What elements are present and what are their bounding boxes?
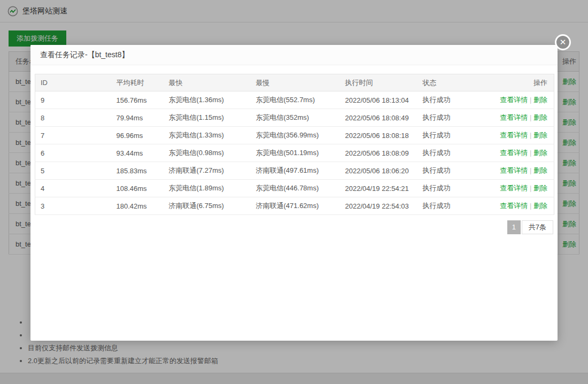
record-exec-time: 2022/05/06 18:08:49 xyxy=(340,109,417,127)
record-avg-time: 108.46ms xyxy=(111,180,164,197)
record-fastest: 济南联通(6.75ms) xyxy=(164,197,251,215)
record-id: 6 xyxy=(35,144,111,162)
col-avg-time: 平均耗时 xyxy=(111,74,164,91)
records-tbody: 9 156.76ms 东莞电信(1.36ms) 东莞电信(552.7ms) 20… xyxy=(35,91,554,215)
col-fastest: 最快 xyxy=(164,74,251,91)
record-delete-link[interactable]: 删除 xyxy=(533,113,547,121)
view-detail-link[interactable]: 查看详情 xyxy=(500,113,528,121)
record-status: 执行成功 xyxy=(417,144,477,162)
task-records-dialog: ✕ 查看任务记录-【bt_test8】 ID 平均耗时 最快 最慢 执行时间 状… xyxy=(30,45,558,341)
record-delete-link[interactable]: 删除 xyxy=(533,166,547,174)
record-row: 6 93.44ms 东莞电信(0.98ms) 东莞电信(501.19ms) 20… xyxy=(35,144,554,162)
record-fastest: 东莞电信(1.36ms) xyxy=(164,91,251,109)
records-table: ID 平均耗时 最快 最慢 执行时间 状态 操作 9 156.76ms 东莞电信… xyxy=(35,74,554,215)
record-id: 7 xyxy=(35,127,111,144)
record-row: 7 96.96ms 东莞电信(1.33ms) 东莞电信(356.99ms) 20… xyxy=(35,127,554,144)
record-status: 执行成功 xyxy=(417,127,477,144)
record-delete-link[interactable]: 删除 xyxy=(533,202,547,210)
record-status: 执行成功 xyxy=(417,91,477,109)
record-row: 3 180.42ms 济南联通(6.75ms) 济南联通(471.62ms) 2… xyxy=(35,197,554,215)
dialog-title: 查看任务记录-【bt_test8】 xyxy=(40,50,129,60)
record-slowest: 济南联通(471.62ms) xyxy=(251,197,340,215)
record-avg-time: 185.83ms xyxy=(111,162,164,180)
record-row: 9 156.76ms 东莞电信(1.36ms) 东莞电信(552.7ms) 20… xyxy=(35,91,554,109)
page-1-button[interactable]: 1 xyxy=(507,220,521,234)
record-delete-link[interactable]: 删除 xyxy=(533,131,547,139)
pagination: 1 共7条 xyxy=(35,220,554,234)
record-fastest: 东莞电信(1.89ms) xyxy=(164,180,251,197)
record-fastest: 东莞电信(1.33ms) xyxy=(164,127,251,144)
record-fastest: 济南联通(7.27ms) xyxy=(164,162,251,180)
col-slowest: 最慢 xyxy=(251,74,340,91)
record-status: 执行成功 xyxy=(417,197,477,215)
record-avg-time: 180.42ms xyxy=(111,197,164,215)
record-id: 8 xyxy=(35,109,111,127)
col-action: 操作 xyxy=(477,74,554,91)
view-detail-link[interactable]: 查看详情 xyxy=(500,96,528,104)
record-exec-time: 2022/04/19 22:54:21 xyxy=(340,180,417,197)
record-status: 执行成功 xyxy=(417,109,477,127)
record-id: 5 xyxy=(35,162,111,180)
dialog-body: ID 平均耗时 最快 最慢 执行时间 状态 操作 9 156.76ms 东莞电信… xyxy=(30,65,558,234)
col-status: 状态 xyxy=(417,74,477,91)
record-exec-time: 2022/05/06 18:06:20 xyxy=(340,162,417,180)
record-exec-time: 2022/05/06 18:08:18 xyxy=(340,127,417,144)
record-avg-time: 96.96ms xyxy=(111,127,164,144)
record-slowest: 东莞电信(501.19ms) xyxy=(251,144,340,162)
view-detail-link[interactable]: 查看详情 xyxy=(500,166,528,174)
record-fastest: 东莞电信(0.98ms) xyxy=(164,144,251,162)
record-slowest: 东莞电信(356.99ms) xyxy=(251,127,340,144)
record-actions: 查看详情 | 删除 xyxy=(477,127,554,144)
record-slowest: 东莞电信(446.78ms) xyxy=(251,180,340,197)
record-delete-link[interactable]: 删除 xyxy=(533,149,547,157)
record-actions: 查看详情 | 删除 xyxy=(477,91,554,109)
col-exec-time: 执行时间 xyxy=(340,74,417,91)
record-slowest: 东莞电信(352ms) xyxy=(251,109,340,127)
view-detail-link[interactable]: 查看详情 xyxy=(500,149,528,157)
record-row: 5 185.83ms 济南联通(7.27ms) 济南联通(497.61ms) 2… xyxy=(35,162,554,180)
total-count-label: 共7条 xyxy=(522,220,553,234)
record-slowest: 济南联通(497.61ms) xyxy=(251,162,340,180)
record-actions: 查看详情 | 删除 xyxy=(477,180,554,197)
records-header-row: ID 平均耗时 最快 最慢 执行时间 状态 操作 xyxy=(35,74,554,91)
record-delete-link[interactable]: 删除 xyxy=(533,96,547,104)
close-icon[interactable]: ✕ xyxy=(555,34,571,50)
record-status: 执行成功 xyxy=(417,180,477,197)
record-row: 4 108.46ms 东莞电信(1.89ms) 东莞电信(446.78ms) 2… xyxy=(35,180,554,197)
record-id: 4 xyxy=(35,180,111,197)
record-avg-time: 156.76ms xyxy=(111,91,164,109)
record-actions: 查看详情 | 删除 xyxy=(477,162,554,180)
view-detail-link[interactable]: 查看详情 xyxy=(500,202,528,210)
record-fastest: 东莞电信(1.15ms) xyxy=(164,109,251,127)
record-row: 8 79.94ms 东莞电信(1.15ms) 东莞电信(352ms) 2022/… xyxy=(35,109,554,127)
record-avg-time: 79.94ms xyxy=(111,109,164,127)
record-exec-time: 2022/05/06 18:13:04 xyxy=(340,91,417,109)
view-detail-link[interactable]: 查看详情 xyxy=(500,131,528,139)
dialog-header: 查看任务记录-【bt_test8】 xyxy=(30,45,558,65)
record-id: 3 xyxy=(35,197,111,215)
record-actions: 查看详情 | 删除 xyxy=(477,109,554,127)
col-id: ID xyxy=(35,74,111,91)
record-avg-time: 93.44ms xyxy=(111,144,164,162)
record-id: 9 xyxy=(35,91,111,109)
record-actions: 查看详情 | 删除 xyxy=(477,144,554,162)
record-actions: 查看详情 | 删除 xyxy=(477,197,554,215)
record-delete-link[interactable]: 删除 xyxy=(533,184,547,192)
view-detail-link[interactable]: 查看详情 xyxy=(500,184,528,192)
record-exec-time: 2022/05/06 18:08:09 xyxy=(340,144,417,162)
record-slowest: 东莞电信(552.7ms) xyxy=(251,91,340,109)
record-status: 执行成功 xyxy=(417,162,477,180)
record-exec-time: 2022/04/19 22:54:03 xyxy=(340,197,417,215)
